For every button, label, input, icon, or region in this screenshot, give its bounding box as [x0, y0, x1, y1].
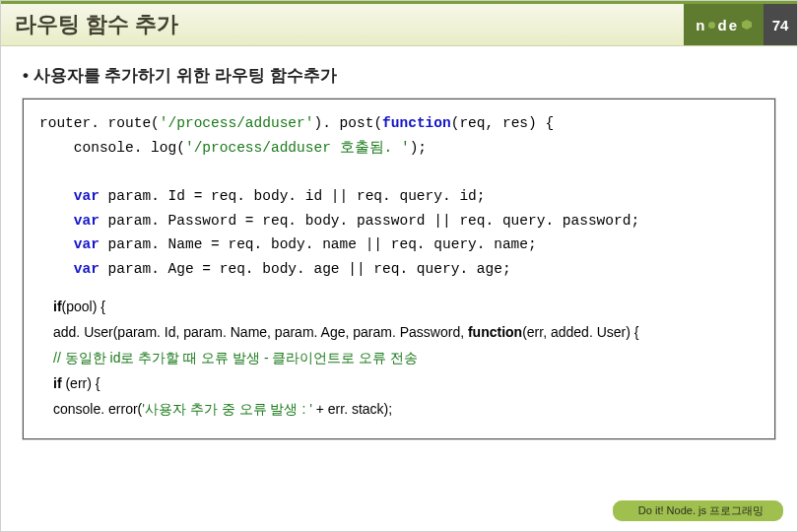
code-comment: // 동일한 id로 추가할 때 오류 발생 - 클라이언트로 오류 전송 — [53, 346, 759, 371]
code-block-top: router. route('/process/adduser'). post(… — [39, 111, 759, 281]
logo-text-left: n — [696, 17, 706, 33]
page-number: 74 — [764, 4, 797, 45]
header: 라우팅 함수 추가 nde 74 — [1, 1, 797, 46]
footer-badge: Do it! Node. js 프로그래밍 — [613, 500, 783, 521]
code-line: add. User(param. Id, param. Name, param.… — [53, 320, 759, 346]
code-box: router. route('/process/adduser'). post(… — [23, 99, 775, 439]
hexagon-icon — [742, 20, 752, 30]
circle-icon — [708, 22, 715, 29]
node-logo: nde — [684, 4, 764, 45]
code-block-bottom: if(pool) { add. User(param. Id, param. N… — [39, 295, 759, 422]
body: 사용자를 추가하기 위한 라우팅 함수추가 router. route('/pr… — [1, 46, 797, 439]
page-title: 라우팅 함수 추가 — [15, 10, 178, 39]
code-line: if(pool) { — [53, 295, 759, 320]
code-line: console. error('사용자 추가 중 오류 발생 : ' + err… — [53, 397, 759, 423]
header-right: nde 74 — [684, 4, 797, 45]
code-line: if (err) { — [53, 371, 759, 397]
logo-text-right: de — [717, 17, 739, 33]
slide: 라우팅 함수 추가 nde 74 사용자를 추가하기 위한 라우팅 함수추가 r… — [0, 0, 798, 532]
bullet-heading: 사용자를 추가하기 위한 라우팅 함수추가 — [23, 64, 775, 87]
